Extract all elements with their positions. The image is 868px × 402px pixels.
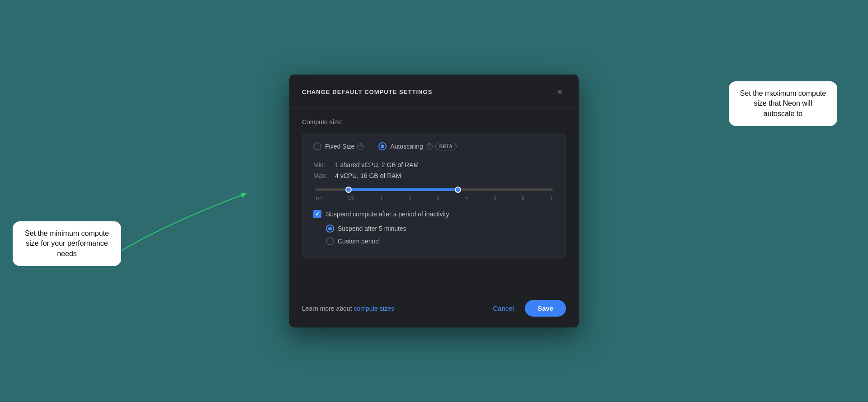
slider-track <box>315 188 553 191</box>
min-value: 1 shared vCPU, 2 GB of RAM <box>335 161 419 168</box>
autoscaling-label: Autoscaling ? BETA <box>390 143 457 150</box>
suspend-section: ✓ Suspend compute after a period of inac… <box>313 210 555 245</box>
slider-max-thumb[interactable] <box>455 187 461 193</box>
check-icon: ✓ <box>315 211 320 217</box>
slider-label-0: 1/4 <box>315 196 322 201</box>
slider-label-2: 1 <box>380 196 383 201</box>
modal-header: CHANGE DEFAULT COMPUTE SETTINGS × <box>289 75 579 108</box>
autoscaling-help-icon[interactable]: ? <box>426 143 433 150</box>
modal-title: CHANGE DEFAULT COMPUTE SETTINGS <box>302 89 432 95</box>
max-label: Max: <box>313 172 330 179</box>
save-button[interactable]: Save <box>525 300 566 317</box>
slider-fill <box>349 188 458 191</box>
fixed-size-option[interactable]: Fixed Size ? <box>313 142 364 150</box>
compute-panel: Fixed Size ? Autoscaling ? BETA Min: <box>302 133 566 258</box>
compute-sizes-link[interactable]: compute sizes <box>354 305 394 312</box>
size-info: Min: 1 shared vCPU, 2 GB of RAM Max: 4 v… <box>313 161 555 179</box>
learn-more-text: Learn more about <box>302 305 354 312</box>
suspend-checkbox-label: Suspend compute after a period of inacti… <box>326 210 449 218</box>
callout-min: Set the minimum compute size for your pe… <box>13 221 121 266</box>
footer-learn: Learn more about compute sizes <box>302 305 394 312</box>
fixed-size-help-icon[interactable]: ? <box>357 143 364 150</box>
compute-type-row: Fixed Size ? Autoscaling ? BETA <box>313 142 555 150</box>
modal-body: Compute size: Fixed Size ? Autoscaling ? <box>289 108 579 292</box>
max-row: Max: 4 vCPU, 16 GB of RAM <box>313 172 555 179</box>
slider-label-1: 1/2 <box>348 196 354 201</box>
slider-label-3: 2 <box>408 196 411 201</box>
callout-max: Set the maximum compute size that Neon w… <box>729 81 837 126</box>
cancel-button[interactable]: Cancel <box>487 301 519 316</box>
slider-label-6: 5 <box>493 196 496 201</box>
max-value: 4 vCPU, 16 GB of RAM <box>335 172 401 179</box>
min-label: Min: <box>313 161 330 168</box>
suspend-custom-label: Custom period <box>338 238 379 245</box>
suspend-custom-radio[interactable] <box>326 237 334 245</box>
min-row: Min: 1 shared vCPU, 2 GB of RAM <box>313 161 555 168</box>
callout-max-text: Set the maximum compute size that Neon w… <box>740 89 826 117</box>
beta-badge: BETA <box>435 143 457 150</box>
fixed-size-label: Fixed Size ? <box>325 143 364 150</box>
suspend-checkbox[interactable]: ✓ <box>313 210 321 218</box>
suspend-custom-option[interactable]: Custom period <box>326 237 555 245</box>
compute-slider[interactable]: 1/4 1/2 1 2 3 4 5 6 7 <box>313 188 555 201</box>
slider-label-7: 6 <box>522 196 524 201</box>
slider-label-5: 4 <box>465 196 468 201</box>
slider-min-thumb[interactable] <box>345 187 352 193</box>
compute-size-label: Compute size: <box>302 118 566 126</box>
close-button[interactable]: × <box>553 85 566 98</box>
slider-label-8: 7 <box>550 196 553 201</box>
callout-min-text: Set the minimum compute size for your pe… <box>25 229 109 257</box>
slider-labels: 1/4 1/2 1 2 3 4 5 6 7 <box>315 196 553 201</box>
autoscaling-option[interactable]: Autoscaling ? BETA <box>378 142 457 150</box>
modal-footer: Learn more about compute sizes Cancel Sa… <box>289 292 579 327</box>
suspend-5min-option[interactable]: Suspend after 5 minutes <box>326 224 555 233</box>
footer-actions: Cancel Save <box>487 300 566 317</box>
suspend-checkbox-row[interactable]: ✓ Suspend compute after a period of inac… <box>313 210 555 218</box>
suspend-sub-options: Suspend after 5 minutes Custom period <box>326 224 555 245</box>
autoscaling-radio[interactable] <box>378 142 387 150</box>
fixed-size-radio[interactable] <box>313 142 321 150</box>
suspend-5min-radio[interactable] <box>326 224 334 233</box>
modal-dialog: CHANGE DEFAULT COMPUTE SETTINGS × Comput… <box>289 75 579 327</box>
suspend-5min-label: Suspend after 5 minutes <box>338 225 406 232</box>
slider-label-4: 3 <box>437 196 439 201</box>
